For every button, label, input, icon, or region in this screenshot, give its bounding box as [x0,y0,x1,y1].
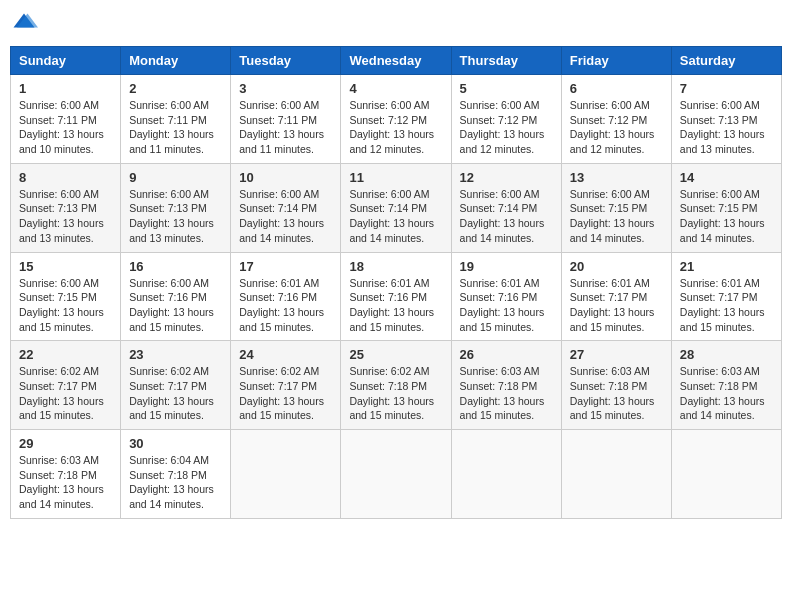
calendar-table: SundayMondayTuesdayWednesdayThursdayFrid… [10,46,782,519]
logo-icon [10,10,38,38]
calendar-cell: 22 Sunrise: 6:02 AM Sunset: 7:17 PM Dayl… [11,341,121,430]
day-info: Sunrise: 6:00 AM Sunset: 7:14 PM Dayligh… [239,187,332,246]
calendar-cell: 21 Sunrise: 6:01 AM Sunset: 7:17 PM Dayl… [671,252,781,341]
day-number: 29 [19,436,112,451]
day-info: Sunrise: 6:00 AM Sunset: 7:14 PM Dayligh… [460,187,553,246]
day-info: Sunrise: 6:01 AM Sunset: 7:16 PM Dayligh… [349,276,442,335]
calendar-cell: 29 Sunrise: 6:03 AM Sunset: 7:18 PM Dayl… [11,430,121,519]
day-number: 20 [570,259,663,274]
day-number: 22 [19,347,112,362]
calendar-cell: 2 Sunrise: 6:00 AM Sunset: 7:11 PM Dayli… [121,75,231,164]
calendar-cell: 15 Sunrise: 6:00 AM Sunset: 7:15 PM Dayl… [11,252,121,341]
calendar-cell: 9 Sunrise: 6:00 AM Sunset: 7:13 PM Dayli… [121,163,231,252]
calendar-cell: 18 Sunrise: 6:01 AM Sunset: 7:16 PM Dayl… [341,252,451,341]
day-info: Sunrise: 6:00 AM Sunset: 7:15 PM Dayligh… [680,187,773,246]
page-header [10,10,782,38]
calendar-cell: 8 Sunrise: 6:00 AM Sunset: 7:13 PM Dayli… [11,163,121,252]
calendar-cell: 23 Sunrise: 6:02 AM Sunset: 7:17 PM Dayl… [121,341,231,430]
day-number: 27 [570,347,663,362]
calendar-week-4: 22 Sunrise: 6:02 AM Sunset: 7:17 PM Dayl… [11,341,782,430]
calendar-cell: 27 Sunrise: 6:03 AM Sunset: 7:18 PM Dayl… [561,341,671,430]
day-info: Sunrise: 6:03 AM Sunset: 7:18 PM Dayligh… [680,364,773,423]
calendar-cell: 5 Sunrise: 6:00 AM Sunset: 7:12 PM Dayli… [451,75,561,164]
day-info: Sunrise: 6:00 AM Sunset: 7:14 PM Dayligh… [349,187,442,246]
day-number: 14 [680,170,773,185]
day-info: Sunrise: 6:04 AM Sunset: 7:18 PM Dayligh… [129,453,222,512]
logo [10,10,42,38]
calendar-week-5: 29 Sunrise: 6:03 AM Sunset: 7:18 PM Dayl… [11,430,782,519]
calendar-cell: 13 Sunrise: 6:00 AM Sunset: 7:15 PM Dayl… [561,163,671,252]
day-number: 26 [460,347,553,362]
calendar-cell: 11 Sunrise: 6:00 AM Sunset: 7:14 PM Dayl… [341,163,451,252]
col-header-tuesday: Tuesday [231,47,341,75]
day-number: 18 [349,259,442,274]
day-info: Sunrise: 6:00 AM Sunset: 7:12 PM Dayligh… [349,98,442,157]
day-number: 9 [129,170,222,185]
day-number: 3 [239,81,332,96]
day-number: 17 [239,259,332,274]
day-number: 12 [460,170,553,185]
calendar-cell [671,430,781,519]
day-info: Sunrise: 6:00 AM Sunset: 7:11 PM Dayligh… [19,98,112,157]
day-number: 2 [129,81,222,96]
day-number: 16 [129,259,222,274]
day-info: Sunrise: 6:00 AM Sunset: 7:13 PM Dayligh… [19,187,112,246]
col-header-friday: Friday [561,47,671,75]
day-number: 5 [460,81,553,96]
calendar-cell: 14 Sunrise: 6:00 AM Sunset: 7:15 PM Dayl… [671,163,781,252]
day-info: Sunrise: 6:01 AM Sunset: 7:16 PM Dayligh… [460,276,553,335]
day-info: Sunrise: 6:03 AM Sunset: 7:18 PM Dayligh… [19,453,112,512]
calendar-cell: 1 Sunrise: 6:00 AM Sunset: 7:11 PM Dayli… [11,75,121,164]
day-info: Sunrise: 6:03 AM Sunset: 7:18 PM Dayligh… [460,364,553,423]
day-number: 28 [680,347,773,362]
calendar-cell: 17 Sunrise: 6:01 AM Sunset: 7:16 PM Dayl… [231,252,341,341]
calendar-cell: 16 Sunrise: 6:00 AM Sunset: 7:16 PM Dayl… [121,252,231,341]
day-number: 13 [570,170,663,185]
day-number: 8 [19,170,112,185]
day-number: 30 [129,436,222,451]
day-number: 4 [349,81,442,96]
day-info: Sunrise: 6:00 AM Sunset: 7:13 PM Dayligh… [129,187,222,246]
day-info: Sunrise: 6:00 AM Sunset: 7:12 PM Dayligh… [460,98,553,157]
day-number: 10 [239,170,332,185]
calendar-cell: 12 Sunrise: 6:00 AM Sunset: 7:14 PM Dayl… [451,163,561,252]
calendar-cell [231,430,341,519]
calendar-cell [561,430,671,519]
col-header-monday: Monday [121,47,231,75]
day-info: Sunrise: 6:01 AM Sunset: 7:16 PM Dayligh… [239,276,332,335]
calendar-cell: 28 Sunrise: 6:03 AM Sunset: 7:18 PM Dayl… [671,341,781,430]
day-number: 7 [680,81,773,96]
calendar-cell: 7 Sunrise: 6:00 AM Sunset: 7:13 PM Dayli… [671,75,781,164]
day-number: 25 [349,347,442,362]
calendar-cell [341,430,451,519]
col-header-sunday: Sunday [11,47,121,75]
day-number: 6 [570,81,663,96]
calendar-cell: 25 Sunrise: 6:02 AM Sunset: 7:18 PM Dayl… [341,341,451,430]
day-number: 11 [349,170,442,185]
day-info: Sunrise: 6:02 AM Sunset: 7:18 PM Dayligh… [349,364,442,423]
calendar-header-row: SundayMondayTuesdayWednesdayThursdayFrid… [11,47,782,75]
day-number: 1 [19,81,112,96]
day-info: Sunrise: 6:00 AM Sunset: 7:16 PM Dayligh… [129,276,222,335]
day-number: 21 [680,259,773,274]
day-info: Sunrise: 6:02 AM Sunset: 7:17 PM Dayligh… [239,364,332,423]
day-info: Sunrise: 6:00 AM Sunset: 7:13 PM Dayligh… [680,98,773,157]
day-info: Sunrise: 6:00 AM Sunset: 7:15 PM Dayligh… [19,276,112,335]
day-number: 23 [129,347,222,362]
calendar-week-3: 15 Sunrise: 6:00 AM Sunset: 7:15 PM Dayl… [11,252,782,341]
day-number: 24 [239,347,332,362]
day-info: Sunrise: 6:00 AM Sunset: 7:12 PM Dayligh… [570,98,663,157]
calendar-cell: 26 Sunrise: 6:03 AM Sunset: 7:18 PM Dayl… [451,341,561,430]
calendar-cell: 10 Sunrise: 6:00 AM Sunset: 7:14 PM Dayl… [231,163,341,252]
calendar-cell: 20 Sunrise: 6:01 AM Sunset: 7:17 PM Dayl… [561,252,671,341]
calendar-cell: 19 Sunrise: 6:01 AM Sunset: 7:16 PM Dayl… [451,252,561,341]
calendar-cell: 24 Sunrise: 6:02 AM Sunset: 7:17 PM Dayl… [231,341,341,430]
calendar-cell: 30 Sunrise: 6:04 AM Sunset: 7:18 PM Dayl… [121,430,231,519]
calendar-cell [451,430,561,519]
day-info: Sunrise: 6:02 AM Sunset: 7:17 PM Dayligh… [129,364,222,423]
calendar-cell: 4 Sunrise: 6:00 AM Sunset: 7:12 PM Dayli… [341,75,451,164]
day-info: Sunrise: 6:00 AM Sunset: 7:11 PM Dayligh… [239,98,332,157]
day-info: Sunrise: 6:01 AM Sunset: 7:17 PM Dayligh… [570,276,663,335]
calendar-cell: 3 Sunrise: 6:00 AM Sunset: 7:11 PM Dayli… [231,75,341,164]
day-number: 15 [19,259,112,274]
